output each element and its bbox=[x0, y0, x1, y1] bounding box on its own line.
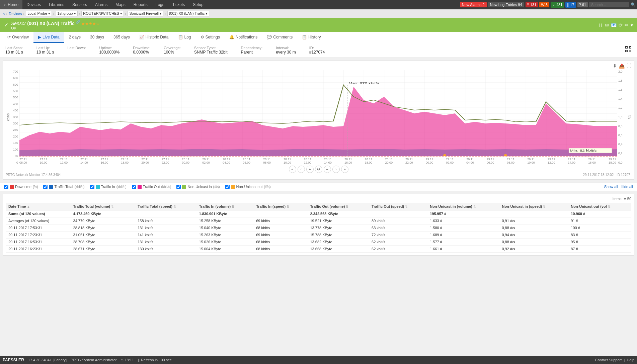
legend-traffic-in-color bbox=[96, 185, 100, 189]
col-tt-vol[interactable]: Traffic Total (volume) ⇅ bbox=[71, 203, 135, 210]
breadcrumb-devices[interactable]: Devices bbox=[9, 12, 22, 16]
nav-sensors[interactable]: Sensors bbox=[68, 0, 91, 9]
nav-home[interactable]: ⌂ Home bbox=[0, 0, 22, 9]
search-input[interactable] bbox=[589, 2, 629, 7]
legend-traffic-in-checkbox[interactable] bbox=[90, 185, 94, 189]
tab-settings[interactable]: ⚙ Settings bbox=[196, 32, 225, 43]
legend-traffic-in: Traffic In (kbit/s) bbox=[90, 185, 127, 189]
download-icon[interactable]: ⬇ bbox=[613, 63, 617, 69]
show-all-link[interactable]: Show all bbox=[604, 185, 618, 189]
new-log-entries-badge[interactable]: New Log Entries 94 bbox=[488, 2, 524, 7]
breadcrumb-firewall-dropdown[interactable]: Sonicwall Firewall ▾ bbox=[128, 11, 163, 16]
tab-live-data[interactable]: ▶ Live Data bbox=[33, 32, 64, 43]
sort-icon-datetime: ▲ bbox=[27, 205, 30, 208]
sort-icon-nui-speed: ⇅ bbox=[543, 205, 546, 208]
comments-icon: 💬 bbox=[267, 35, 272, 39]
sensor-link-icon[interactable]: 🔗 bbox=[76, 20, 80, 24]
pause-icon[interactable]: ⏸ bbox=[598, 22, 603, 28]
table-sums-row: Sums (of 120 values) 4.173.469 KByte 1.8… bbox=[6, 210, 631, 217]
col-ti-vol[interactable]: Traffic In (volume) ⇅ bbox=[196, 203, 254, 210]
stat-coverage: Coverage: 100% bbox=[164, 46, 181, 55]
nav-logs[interactable]: Logs bbox=[152, 0, 168, 9]
legend-traffic-total: Traffic Total (kbit/s) bbox=[43, 185, 84, 189]
stat-last-down: Last Down: bbox=[67, 46, 86, 50]
breadcrumb: ⌂ › Devices › Local Probe ▾ › 1st group … bbox=[0, 9, 637, 18]
svg-text:Min: 62 kbit/s: Min: 62 kbit/s bbox=[570, 149, 596, 152]
tab-comments[interactable]: 💬 Comments bbox=[262, 32, 297, 43]
legend-non-unicast-in: Non-Unicast in (#/s) bbox=[176, 185, 220, 189]
badge-warning[interactable]: W 3 bbox=[539, 2, 549, 7]
sensor-stars[interactable]: ★★★★☆ bbox=[81, 21, 100, 26]
badge-critical[interactable]: !! 131 bbox=[526, 2, 538, 7]
tab-log[interactable]: 📋 Log bbox=[173, 32, 196, 43]
nav-setup[interactable]: Setup bbox=[189, 0, 207, 9]
nav-devices[interactable]: Devices bbox=[22, 0, 45, 9]
chart-nav-prev[interactable]: ‹ bbox=[298, 166, 305, 173]
breadcrumb-router-dropdown[interactable]: ROUTER/SWITCHES ▾ bbox=[81, 11, 124, 16]
table-row: 29.11.2017 17:53:31 28.818 KByte 131 kbi… bbox=[6, 224, 631, 231]
badge-ok[interactable]: ✓ 481 bbox=[551, 2, 564, 8]
col-to-speed[interactable]: Traffic Out (speed) ⇅ bbox=[369, 203, 427, 210]
stat-last-scan: Last Scan: 18 m 31 s bbox=[5, 46, 23, 55]
tab-2days[interactable]: 2 days bbox=[64, 32, 85, 43]
export-icon[interactable]: 📤 bbox=[619, 63, 625, 69]
breadcrumb-group-dropdown[interactable]: 1st group ▾ bbox=[56, 11, 78, 16]
chart-nav-next[interactable]: › bbox=[332, 166, 340, 173]
svg-rect-4 bbox=[630, 47, 631, 48]
breadcrumb-home[interactable]: ⌂ bbox=[3, 12, 5, 16]
chart-nav-center[interactable]: ⊙ bbox=[315, 166, 322, 173]
more-icon[interactable]: ▾ bbox=[631, 22, 633, 28]
sensor-header: ✓ Sensor (001) X0 (LAN) Traffic 🔗 ★★★★☆ … bbox=[0, 18, 637, 32]
breadcrumb-sensor-dropdown[interactable]: (001) X0 (LAN) Traffic ▾ bbox=[167, 11, 210, 16]
legend-downtime-checkbox[interactable] bbox=[4, 185, 8, 189]
tab-30days[interactable]: 30 days bbox=[85, 32, 109, 43]
tab-notifications[interactable]: 🔔 Notifications bbox=[225, 32, 262, 43]
nav-maps[interactable]: Maps bbox=[111, 0, 129, 9]
badge-unknown[interactable]: ? 61 bbox=[577, 2, 588, 7]
legend-traffic-total-color bbox=[49, 185, 53, 189]
nav-alarms[interactable]: Alarms bbox=[91, 0, 111, 9]
acknowledge-icon[interactable]: ✉ bbox=[605, 22, 609, 28]
nav-tickets[interactable]: Tickets bbox=[168, 0, 189, 9]
qr-code-icon[interactable] bbox=[625, 46, 632, 54]
col-nui-vol[interactable]: Non-Unicast in (volume) ⇅ bbox=[427, 203, 499, 210]
badge-info[interactable]: ‖ 17 bbox=[565, 2, 576, 8]
chart-navigation: « ‹ + ⊙ − › » bbox=[6, 166, 631, 173]
tab-overview[interactable]: ⟳ Overview bbox=[3, 32, 33, 43]
search-icon[interactable]: 🔍 bbox=[631, 2, 636, 7]
data-table-container: Items: ∨ 50 Date Time ▲ Traffic Total (v… bbox=[3, 194, 634, 256]
edit-icon[interactable]: ✏ bbox=[625, 22, 629, 28]
chart-legend: Downtime (%) Traffic Total (kbit/s) Traf… bbox=[0, 182, 637, 191]
legend-traffic-total-checkbox[interactable] bbox=[43, 185, 48, 189]
email-icon[interactable]: 📧 bbox=[611, 22, 617, 28]
breadcrumb-probe-dropdown[interactable]: Local Probe ▾ bbox=[26, 11, 52, 16]
col-nui-speed[interactable]: Non-Unicast in (speed) ⇅ bbox=[499, 203, 568, 210]
svg-rect-5 bbox=[626, 51, 627, 52]
chart-footer-date: 29.11.2017 18:12:02 - ID 12707- bbox=[583, 173, 631, 177]
nav-reports[interactable]: Reports bbox=[130, 0, 152, 9]
fullscreen-icon[interactable]: ⛶ bbox=[627, 63, 631, 69]
nav-libraries[interactable]: Libraries bbox=[45, 0, 68, 9]
chart-nav-zoom-in[interactable]: + bbox=[306, 166, 314, 173]
legend-non-unicast-in-checkbox[interactable] bbox=[176, 185, 181, 189]
tab-history[interactable]: 📋 History bbox=[297, 32, 325, 43]
tab-365days[interactable]: 365 days bbox=[109, 32, 135, 43]
col-nuo-vol[interactable]: Non-Unicast out (vol ⇅ bbox=[568, 203, 631, 210]
chart-container: ⬇ 📤 ⛶ kbit/s 700650600550500450400350300… bbox=[3, 60, 634, 180]
chart-nav-last[interactable]: » bbox=[341, 166, 348, 173]
legend-traffic-out-checkbox[interactable] bbox=[132, 185, 136, 189]
chart-nav-first[interactable]: « bbox=[289, 166, 296, 173]
table-row: 29.11.2017 17:23:31 31.051 KByte 141 kbi… bbox=[6, 231, 631, 238]
data-table: Date Time ▲ Traffic Total (volume) ⇅ Tra… bbox=[6, 203, 631, 253]
chart-nav-zoom-out[interactable]: − bbox=[324, 166, 331, 173]
col-tt-speed[interactable]: Traffic Total (speed) ⇅ bbox=[135, 203, 196, 210]
col-to-vol[interactable]: Traffic Out (volume) ⇅ bbox=[308, 203, 369, 210]
tab-historic-data[interactable]: 📈 Historic Data bbox=[135, 32, 173, 43]
legend-non-unicast-out-checkbox[interactable] bbox=[225, 185, 230, 189]
y-axis-right-label: #/s bbox=[627, 70, 631, 164]
new-alarms-badge[interactable]: New Alarms 2 bbox=[460, 2, 487, 7]
hide-all-link[interactable]: Hide all bbox=[621, 185, 633, 189]
col-ti-speed[interactable]: Traffic In (speed) ⇅ bbox=[253, 203, 307, 210]
col-datetime[interactable]: Date Time ▲ bbox=[6, 203, 71, 210]
refresh-icon[interactable]: ⟳ bbox=[619, 22, 623, 28]
